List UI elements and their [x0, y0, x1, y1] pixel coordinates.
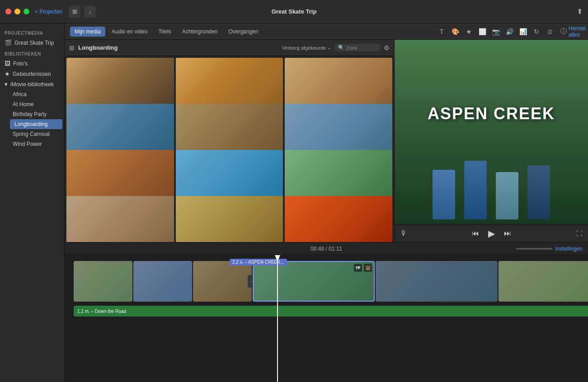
timeline-zoom-slider[interactable]	[516, 248, 552, 250]
clip-2[interactable]	[133, 261, 192, 302]
crop-tool-icon[interactable]: ⬜	[477, 26, 488, 37]
film-icon: 🎬	[5, 39, 12, 46]
figure-3	[496, 172, 518, 219]
clip-icon-bear: 🐻	[364, 264, 372, 272]
layout-icon[interactable]: ⊞	[69, 6, 80, 18]
figure-1	[433, 170, 455, 219]
media-thumb-10[interactable]	[66, 196, 174, 242]
sidebar-item-project[interactable]: 🎬 Great Skate Trip	[0, 37, 64, 48]
info-icon[interactable]: ⓘ	[558, 26, 569, 37]
clip-3[interactable]: ↔	[193, 261, 252, 302]
video-track: ↔ 🗺 🐻	[65, 259, 588, 304]
sidebar-item-photos[interactable]: 🖼 Foto's	[0, 58, 64, 69]
skip-forward-button[interactable]: ⏭	[504, 229, 511, 238]
tab-audio-video[interactable]: Audio en video	[107, 27, 152, 37]
preview-video: ASPEN CREEK	[395, 40, 588, 224]
sidebar-item-events[interactable]: ★ Gebeurtenissen	[0, 69, 64, 79]
window-title: Great Skate Trip	[272, 8, 317, 15]
track-clips: ↔ 🗺 🐻	[65, 259, 588, 304]
project-name: Great Skate Trip	[14, 40, 54, 46]
media-thumb-11[interactable]	[176, 196, 283, 242]
audio-track[interactable]: 1,1 m. – Down the Road	[74, 306, 588, 317]
play-button[interactable]: ▶	[488, 228, 495, 239]
titlebar: < Projecten ⊞ ↓ Great Skate Trip ⬆	[0, 0, 588, 23]
minimize-button[interactable]	[14, 9, 20, 14]
sidebar-item-imovie-lib[interactable]: ▾ iMovie-bibliotheek	[0, 79, 64, 89]
clip-5[interactable]	[376, 261, 498, 302]
speed-tool-icon[interactable]: ↻	[531, 26, 542, 37]
search-icon: 🔍	[338, 45, 344, 51]
sidebar: PROJECTMEDIA 🎬 Great Skate Trip BIBLIOTH…	[0, 23, 65, 382]
clip-1[interactable]	[74, 261, 132, 302]
events-icon: ★	[5, 70, 10, 77]
media-header: ⊞ Longboarding Verberg afgekeurde ⌄ 🔍 Zo…	[65, 40, 394, 56]
search-box[interactable]: 🔍 Zoek	[335, 44, 380, 51]
wind-label: Wind Power	[13, 141, 42, 147]
sidebar-item-wind-power[interactable]: Wind Power	[8, 139, 64, 149]
expand-icon: ▾	[5, 81, 8, 88]
sidebar-item-africa[interactable]: Africa	[8, 89, 64, 99]
playhead	[277, 255, 278, 382]
volume-tool-icon[interactable]: 🔊	[504, 26, 515, 37]
settings-icon[interactable]: ⚙	[384, 44, 390, 51]
grid-icon[interactable]: ⊞	[69, 44, 75, 51]
toolbar-icons: T 🎨 ★ ⬜ 📷 🔊 📊 ↻ ⊙ ⓘ Herstel alles	[436, 26, 583, 37]
timeline-tracks: 2,2 s. – ASPEN CREEK... ↔	[65, 255, 588, 382]
share-icon[interactable]: ⬆	[577, 7, 583, 16]
right-panel: Mijn media Audio en video Titels Achterg…	[65, 23, 588, 382]
herstel-button[interactable]: Herstel alles	[572, 26, 583, 37]
birthday-label: Birthday Party	[13, 111, 47, 117]
titlebar-icons: ⊞ ↓	[69, 6, 96, 18]
mic-icon[interactable]: 🎙	[400, 229, 407, 238]
camera-tool-icon[interactable]: 📷	[490, 26, 501, 37]
tab-titels[interactable]: Titels	[154, 27, 175, 37]
sidebar-item-birthday-party[interactable]: Birthday Party	[8, 109, 64, 119]
text-tool-icon[interactable]: T	[436, 26, 447, 37]
settings-label[interactable]: Instellingen	[555, 246, 583, 252]
tab-overgangen[interactable]: Overgangen	[224, 27, 263, 37]
preview-title: ASPEN CREEK	[428, 104, 555, 123]
close-button[interactable]	[5, 9, 11, 14]
project-section-label: PROJECTMEDIA	[0, 27, 64, 37]
preview-figures	[395, 123, 588, 224]
color-tool-icon[interactable]: 🎨	[450, 26, 461, 37]
skip-back-button[interactable]: ⏮	[472, 229, 479, 238]
africa-label: Africa	[13, 91, 27, 98]
import-icon[interactable]: ↓	[84, 6, 96, 18]
timeline-area: 00:48 / 01:11 Instellingen 2,2 s. – ASPE…	[65, 242, 588, 382]
events-label: Gebeurtenissen	[13, 71, 51, 77]
photos-label: Foto's	[13, 61, 28, 67]
tab-achtergronden[interactable]: Achtergronden	[178, 27, 222, 37]
sidebar-item-spring-carnival[interactable]: Spring Carnival	[8, 129, 64, 139]
toolbar: Mijn media Audio en video Titels Achterg…	[65, 23, 588, 40]
chevron-icon: ⌄	[327, 45, 331, 51]
spring-label: Spring Carnival	[13, 131, 50, 137]
timeline-content[interactable]: 2,2 s. – ASPEN CREEK... ↔	[65, 255, 588, 382]
sidebar-item-at-home[interactable]: At Home	[8, 99, 64, 109]
media-thumb-12[interactable]	[285, 196, 392, 242]
media-panel: ⊞ Longboarding Verberg afgekeurde ⌄ 🔍 Zo…	[65, 40, 395, 242]
timeline-settings: Instellingen	[516, 246, 583, 252]
clip-main[interactable]: 🗺 🐻	[253, 261, 375, 302]
filter-tool-icon[interactable]: ★	[463, 26, 474, 37]
fullscreen-icon[interactable]: ⛶	[576, 230, 583, 237]
main-area: PROJECTMEDIA 🎬 Great Skate Trip BIBLIOTH…	[0, 23, 588, 382]
search-placeholder: Zoek	[346, 45, 357, 51]
preview-panel: ASPEN CREEK 🎙 ⏮ ▶ ⏭ ⛶	[395, 40, 588, 242]
filter-dropdown[interactable]: Verberg afgekeurde ⌄	[282, 45, 331, 51]
figure-4	[527, 165, 550, 219]
maximize-button[interactable]	[24, 9, 29, 14]
window-controls	[5, 9, 29, 14]
stabilize-icon[interactable]: ⊙	[545, 26, 555, 37]
tab-mijn-media[interactable]: Mijn media	[70, 27, 105, 37]
clip-6[interactable]	[499, 261, 588, 302]
media-grid: 11,5 s.	[65, 56, 394, 242]
preview-controls: 🎙 ⏮ ▶ ⏭ ⛶	[395, 224, 588, 242]
chart-tool-icon[interactable]: 📊	[517, 26, 528, 37]
clip-icon-map: 🗺	[354, 264, 362, 272]
media-title: Longboarding	[78, 44, 118, 51]
sidebar-item-longboarding[interactable]: Longboarding	[10, 119, 62, 129]
back-button[interactable]: < Projecten	[35, 9, 62, 15]
at-home-label: At Home	[13, 101, 34, 107]
photos-icon: 🖼	[5, 60, 10, 67]
